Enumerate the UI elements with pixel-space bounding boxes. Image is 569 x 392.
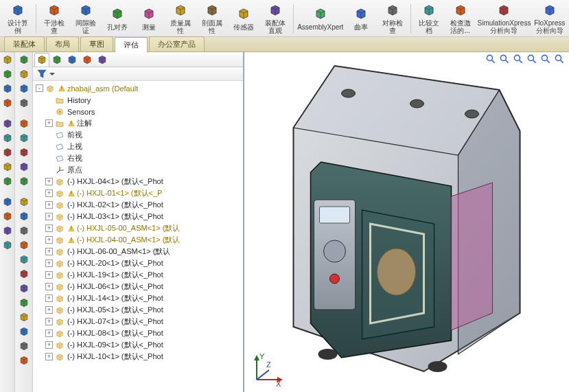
expander-icon[interactable]: + [45, 224, 53, 232]
vtool-b19[interactable] [18, 325, 30, 338]
ribbon-massprop[interactable]: 质量属 性 [165, 1, 196, 36]
panel-tab-feature-tree[interactable] [34, 53, 49, 67]
vtool-open[interactable] [1, 68, 14, 80]
expander-icon[interactable]: + [45, 213, 53, 220]
ribbon-interf[interactable]: 干涉检 查 [39, 1, 69, 36]
vtool-b6[interactable] [18, 132, 30, 144]
panel-tab-display[interactable] [95, 53, 110, 67]
tab-layout[interactable]: 布局 [46, 36, 79, 51]
tree-part[interactable]: +!(-) HXJL-01<1> (默认<_P [34, 187, 243, 199]
expander-icon[interactable]: + [45, 189, 53, 197]
tree-origin[interactable]: 原点 [34, 164, 243, 176]
graphics-viewport[interactable]: Y X Z [244, 52, 569, 392]
expander-icon[interactable]: + [45, 306, 53, 314]
expander-icon[interactable]: + [45, 260, 53, 267]
tree-part[interactable]: +!(-) HXJL-05-00_ASM<1> (默认 [34, 222, 243, 234]
vtool-b8[interactable] [18, 161, 30, 173]
expander-icon[interactable]: + [45, 248, 53, 255]
tree-part[interactable]: +(-) HXJL-08<1> (默认<_Phot [34, 327, 243, 339]
vtool-b9[interactable] [18, 175, 30, 187]
vtool-b12[interactable] [18, 224, 30, 237]
expander-icon[interactable]: - [36, 84, 43, 92]
vtool-options[interactable] [1, 132, 14, 144]
tree-part[interactable]: +(-) HXJL-02<1> (默认<_Phot [34, 199, 243, 211]
vtool-b15[interactable] [18, 268, 30, 280]
vtool-revolve[interactable] [1, 175, 14, 187]
expander-icon[interactable]: + [45, 353, 53, 360]
dropdown-icon[interactable] [49, 71, 55, 77]
vtool-print[interactable] [1, 97, 14, 109]
vtool-b1[interactable] [18, 54, 30, 66]
ribbon-simx[interactable]: SimulationXpress 分析向导 [477, 1, 532, 36]
ribbon-clearance[interactable]: 间隙验 证 [71, 1, 101, 36]
tree-part[interactable]: +!(-) HXJL-04-00_ASM<1> (默认 [34, 234, 243, 246]
filter-icon[interactable] [37, 69, 47, 79]
panel-tab-config[interactable] [65, 53, 80, 67]
tree-part[interactable]: +(-) HXJL-07<1> (默认<_Phot [34, 316, 243, 327]
ribbon-sensor[interactable]: 传感器 [229, 1, 259, 36]
vtool-save[interactable] [1, 82, 14, 95]
vtool-b10[interactable] [18, 196, 30, 208]
ribbon-secprop[interactable]: 剖面属 性 [197, 1, 227, 36]
ribbon-asmvis[interactable]: 装配体 直观 [260, 1, 290, 36]
vtool-file[interactable] [1, 54, 14, 66]
ribbon-curvature[interactable]: 曲率 [346, 1, 376, 36]
ribbon-compare[interactable]: 比较文 档 [414, 1, 444, 36]
expander-icon[interactable]: + [45, 330, 53, 337]
tree-part[interactable]: +(-) HXJL-14<1> (默认<_Phot [34, 292, 243, 304]
expander-icon[interactable]: + [45, 271, 53, 279]
vtool-rebuild[interactable] [1, 117, 14, 130]
tree-part[interactable]: +(-) HXJL-05<1> (默认<_Phot [34, 304, 243, 316]
vtool-b14[interactable] [18, 253, 30, 266]
vtool-dim[interactable] [1, 239, 14, 251]
vtool-b18[interactable] [18, 311, 30, 323]
vtool-b21[interactable] [18, 354, 30, 367]
orientation-triad[interactable]: Y X Z [250, 352, 284, 387]
vtool-b20[interactable] [18, 340, 30, 352]
tree-part[interactable]: +(-) HXJL-09<1> (默认<_Phot [34, 339, 243, 351]
tree-part[interactable]: +(-) HXJL-06<1> (默认<_Phot [34, 281, 243, 292]
vtool-b16[interactable] [18, 282, 30, 295]
expander-icon[interactable]: + [45, 318, 53, 325]
tree-part[interactable]: +(-) HXJL-03<1> (默认<_Phot [34, 211, 243, 222]
tree-part[interactable]: +(-) HXJL-20<1> (默认<_Phot [34, 257, 243, 269]
vtool-b13[interactable] [18, 239, 30, 251]
feature-tree[interactable]: -!zhabaji_asm (DefaultHistorySensors+!注解… [33, 81, 243, 392]
vtool-b7[interactable] [18, 146, 30, 159]
ribbon-design-ex[interactable]: 设计算 例 [3, 1, 33, 36]
ribbon-measure[interactable]: 测量 [134, 1, 164, 36]
vtool-circle[interactable] [1, 224, 14, 237]
tree-plane[interactable]: 右视 [34, 152, 243, 164]
tree-plane[interactable]: 上视 [34, 141, 243, 152]
tree-plane[interactable]: 前视 [34, 129, 243, 141]
vtool-b2[interactable] [18, 68, 30, 80]
ribbon-chkactive[interactable]: 检查激 活的... [445, 1, 476, 36]
vtool-sketch[interactable] [1, 146, 14, 159]
expander-icon[interactable]: + [45, 119, 53, 127]
vtool-rect[interactable] [1, 210, 14, 222]
tree-part[interactable]: +(-) HXJL-06-00_ASM<1> (默认 [34, 246, 243, 257]
expander-icon[interactable]: + [45, 283, 53, 290]
tree-sensor[interactable]: Sensors [34, 106, 243, 117]
tree-part[interactable]: +(-) HXJL-10<1> (默认<_Phot [34, 351, 243, 362]
tab-eval[interactable]: 评估 [115, 37, 148, 52]
tree-history[interactable]: History [34, 94, 243, 106]
vtool-b4[interactable] [18, 97, 30, 109]
vtool-b3[interactable] [18, 82, 30, 95]
expander-icon[interactable]: + [45, 341, 53, 349]
expander-icon[interactable]: + [45, 178, 53, 185]
ribbon-flox[interactable]: FloXpress 分析向导 [533, 1, 566, 36]
tree-part[interactable]: +(-) HXJL-04<1> (默认<_Phot [34, 176, 243, 187]
tab-asm[interactable]: 装配体 [4, 36, 45, 51]
tree-root[interactable]: -!zhabaji_asm (Default [34, 82, 243, 94]
ribbon-holealign[interactable]: 孔对齐 [102, 1, 132, 36]
expander-icon[interactable]: + [45, 236, 53, 244]
tree-annot[interactable]: +!注解 [34, 117, 243, 129]
panel-tab-dimxpert[interactable] [80, 53, 95, 67]
tree-part[interactable]: +(-) HXJL-19<1> (默认<_Phot [34, 269, 243, 281]
vtool-b5[interactable] [18, 117, 30, 130]
vtool-extrude[interactable] [1, 161, 14, 173]
vtool-b17[interactable] [18, 297, 30, 309]
ribbon-asmxpert[interactable]: AssemblyXpert [297, 1, 345, 36]
tab-office[interactable]: 办公室产品 [149, 36, 205, 51]
